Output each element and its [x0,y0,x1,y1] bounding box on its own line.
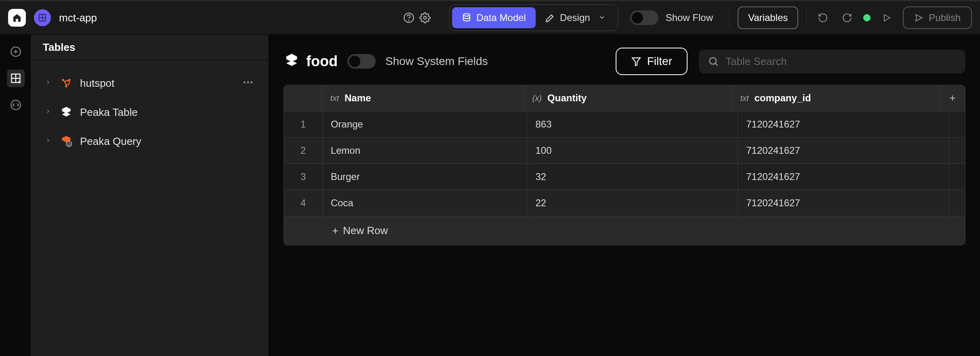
column-label: Name [345,92,371,104]
cell-quantity[interactable]: 863 [527,111,738,137]
cell-quantity[interactable]: 22 [527,190,738,216]
left-rail [0,35,32,356]
show-system-fields-toggle[interactable] [347,54,376,69]
cell-quantity[interactable]: 100 [527,138,738,163]
filter-label: Filter [647,55,672,68]
cell-quantity[interactable]: 32 [527,164,738,190]
svg-marker-27 [632,58,640,66]
sidebar: Tables hutspot [32,35,269,356]
add-column-button[interactable] [940,85,965,111]
show-flow-toggle[interactable] [630,10,658,25]
chevron-down-icon [598,12,606,23]
svg-line-19 [63,80,65,82]
more-options-icon[interactable] [240,76,257,90]
table-row[interactable]: 1 Orange 863 7120241627 [284,111,965,138]
cell-name[interactable]: Orange [323,111,528,137]
row-number: 3 [284,164,323,190]
show-flow-label: Show Flow [666,12,713,23]
design-label: Design [560,12,590,23]
column-label: company_id [755,92,811,104]
column-row-number [284,85,322,111]
data-model-label: Data Model [476,12,526,23]
search-icon [708,56,719,67]
svg-line-20 [68,80,69,81]
rail-code-button[interactable] [7,96,25,114]
cell-name[interactable]: Lemon [323,138,528,163]
svg-line-29 [715,63,718,66]
column-type: txt [330,94,339,103]
sidebar-item-hutspot[interactable]: hutspot [38,69,262,98]
chevron-right-icon [44,108,53,116]
peaka-query-icon: ⚙ [59,134,74,149]
table-name: food [306,53,338,70]
table-row[interactable]: 3 Burger 32 7120241627 [284,164,965,190]
app-name: mct-app [59,12,97,24]
divider [729,9,730,27]
chevron-right-icon [44,137,53,145]
search-input[interactable] [726,55,957,68]
undo-button[interactable] [815,10,831,26]
filter-button[interactable]: Filter [616,48,688,75]
show-system-fields-label: Show System Fields [385,55,488,68]
cell-company-id[interactable]: 7120241627 [738,164,949,190]
sidebar-item-label: hutspot [80,77,233,90]
table-icon [284,52,300,70]
table-search[interactable] [699,50,965,73]
svg-point-28 [710,58,716,64]
publish-button[interactable]: Publish [903,6,972,29]
column-label: Quantity [547,92,587,104]
new-row-label: New Row [343,224,388,237]
svg-line-21 [66,85,67,86]
sidebar-item-label: Peaka Query [80,135,257,148]
column-company-id[interactable]: txt company_id [732,85,940,111]
redo-button[interactable] [839,10,855,26]
settings-button[interactable] [417,10,433,26]
cell-company-id[interactable]: 7120241627 [738,111,949,137]
plus-icon [948,94,957,103]
row-number: 1 [284,111,323,137]
svg-point-23 [247,82,249,84]
plus-icon [331,226,340,235]
svg-point-24 [250,82,252,84]
table-row[interactable]: 4 Coca 22 7120241627 [284,190,965,216]
new-row-button[interactable]: New Row [284,216,965,245]
rail-tables-button[interactable] [7,69,25,87]
row-number: 2 [284,138,323,163]
sidebar-item-label: Peaka Table [80,106,257,119]
cell-company-id[interactable]: 7120241627 [738,138,949,163]
data-model-tab[interactable]: Data Model [452,7,536,28]
cell-company-id[interactable]: 7120241627 [738,190,949,216]
rail-add-button[interactable] [7,43,25,61]
column-type: (x) [532,94,542,103]
hubspot-icon [59,76,74,90]
svg-marker-7 [884,15,890,21]
svg-point-5 [424,17,427,19]
table-row[interactable]: 2 Lemon 100 7120241627 [284,138,965,164]
sidebar-item-peaka-query[interactable]: ⚙ Peaka Query [38,127,262,156]
variables-button[interactable]: Variables [738,6,798,29]
help-button[interactable] [401,10,417,26]
sidebar-item-peaka-table[interactable]: Peaka Table [38,98,262,127]
status-indicator [863,14,871,21]
sidebar-title: Tables [43,41,75,54]
cell-name[interactable]: Coca [323,190,528,216]
play-button[interactable] [879,10,895,26]
peaka-icon [59,105,74,119]
svg-text:⚙: ⚙ [67,142,71,147]
data-table: txt Name (x) Quantity txt company_id [284,85,965,245]
column-name[interactable]: txt Name [322,85,524,111]
divider [806,9,807,27]
svg-point-6 [463,14,470,16]
mode-switcher: Data Model Design [449,4,618,31]
svg-point-22 [244,82,246,84]
main-content: food Show System Fields Filter [269,35,980,356]
cell-name[interactable]: Burger [323,164,528,190]
home-button[interactable] [8,9,26,27]
column-type: txt [740,94,749,103]
app-icon [34,9,51,26]
svg-point-4 [409,20,409,21]
row-number: 4 [284,190,323,216]
design-tab[interactable]: Design [536,7,615,28]
chevron-right-icon [44,79,53,87]
column-quantity[interactable]: (x) Quantity [524,85,732,111]
